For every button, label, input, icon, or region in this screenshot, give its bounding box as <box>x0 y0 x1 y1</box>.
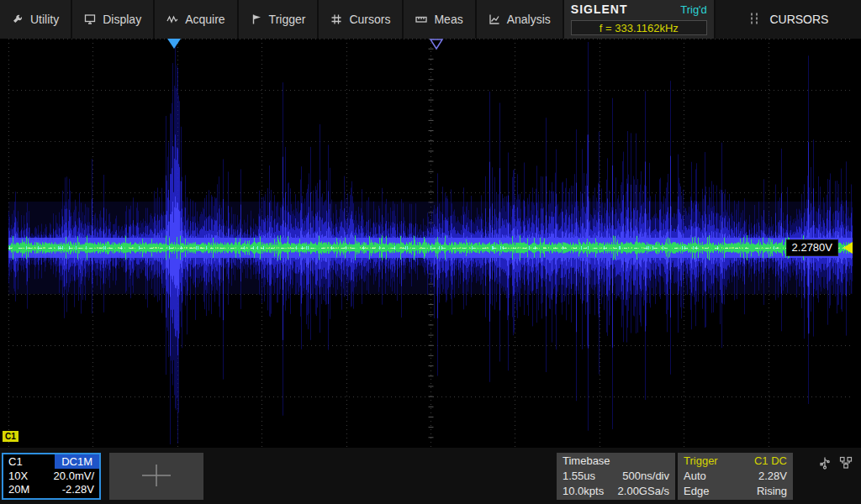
cursor-level-readout: 2.2780V <box>786 239 838 256</box>
trigger-source: C1 DC <box>754 454 787 468</box>
waveform-display-area: 2.2780V <box>8 39 853 448</box>
channel-coupling: DC1M <box>55 454 99 469</box>
menu: Utility Display Acquire Trigger Cursors … <box>0 0 564 39</box>
usb-icon <box>819 456 831 472</box>
channel-bandwidth: 20M <box>3 483 29 496</box>
channel-name: C1 <box>3 455 23 468</box>
channel1-descriptor-box[interactable]: C1 DC1M 10X 20.0mV/ 20M -2.28V <box>2 453 101 500</box>
sample-rate: 2.00GSa/s <box>618 485 669 498</box>
cursor-lines-icon <box>747 12 761 28</box>
trigger-level-marker[interactable] <box>843 242 853 254</box>
delay-reference-marker[interactable] <box>429 39 444 54</box>
channel-offset-marker[interactable]: C1 <box>3 431 18 442</box>
menu-item-trigger[interactable]: Trigger <box>239 0 320 39</box>
top-menu-bar: Utility Display Acquire Trigger Cursors … <box>0 0 861 39</box>
timebase-scale: 500ns/div <box>622 470 669 483</box>
utility-icon <box>12 13 24 25</box>
menu-item-label: Utility <box>30 13 59 26</box>
trigger-type: Edge <box>684 485 709 498</box>
acquire-icon <box>166 13 178 25</box>
channel-attenuation: 10X <box>3 470 28 482</box>
trigger-level: 2.28V <box>758 470 787 483</box>
status-panel: SIGLENT Trig'd f = 333.1162kHz <box>564 0 716 39</box>
trigger-box[interactable]: Trigger C1 DC Auto 2.28V Edge Rising <box>678 453 793 500</box>
trigger-title: Trigger <box>684 454 718 468</box>
display-icon <box>84 13 96 25</box>
frequency-counter: f = 333.1162kHz <box>571 20 707 35</box>
active-dialog-tab[interactable]: CURSORS <box>716 0 861 39</box>
channel-volts-div: 20.0mV/ <box>54 470 99 482</box>
menu-item-acquire[interactable]: Acquire <box>155 0 238 39</box>
trigger-status: Trig'd <box>680 3 707 16</box>
active-dialog-title: CURSORS <box>769 13 828 26</box>
trigger-slope: Rising <box>757 485 787 498</box>
trigger-mode: Auto <box>684 470 706 483</box>
bottom-status-bar: C1 DC1M 10X 20.0mV/ 20M -2.28V Timebase … <box>0 448 861 504</box>
menu-item-label: Display <box>103 13 141 26</box>
memory-depth: 10.0kpts <box>563 485 604 498</box>
timebase-delay: 1.55us <box>563 470 595 483</box>
menu-item-label: Cursors <box>349 13 390 26</box>
menu-item-label: Meas <box>434 13 462 26</box>
menu-item-cursors[interactable]: Cursors <box>319 0 404 39</box>
analysis-icon <box>489 13 500 25</box>
flag-icon <box>251 13 262 25</box>
menu-item-utility[interactable]: Utility <box>0 0 72 39</box>
channel-offset: -2.28V <box>62 483 99 496</box>
measure-icon <box>415 13 427 25</box>
cursors-icon <box>330 13 342 25</box>
crosshair-icon <box>137 461 176 492</box>
timebase-title: Timebase <box>563 454 610 468</box>
add-channel-box[interactable] <box>109 453 203 500</box>
menu-item-label: Analysis <box>507 13 551 26</box>
menu-item-analysis[interactable]: Analysis <box>477 0 564 39</box>
menu-item-label: Acquire <box>185 13 224 26</box>
menu-item-label: Trigger <box>269 13 306 26</box>
menu-item-display[interactable]: Display <box>72 0 155 39</box>
brand-logo: SIGLENT <box>571 3 628 16</box>
system-status-icons <box>819 456 853 472</box>
trigger-position-marker[interactable] <box>167 39 181 49</box>
waveform-canvas <box>8 39 853 448</box>
lan-icon <box>839 456 853 472</box>
menu-item-meas[interactable]: Meas <box>404 0 476 39</box>
timebase-box[interactable]: Timebase 1.55us 500ns/div 10.0kpts 2.00G… <box>557 453 675 500</box>
